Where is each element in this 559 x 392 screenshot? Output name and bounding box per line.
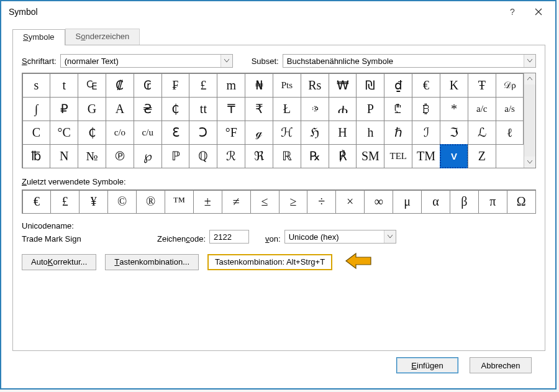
symbol-cell[interactable]: ℗: [106, 144, 134, 168]
recent-symbol-cell[interactable]: ∞: [364, 190, 393, 214]
insert-button[interactable]: Einfügen: [396, 357, 458, 373]
symbol-cell[interactable]: ₪: [356, 73, 384, 98]
symbol-cell[interactable]: K: [440, 73, 468, 98]
symbol-cell[interactable]: ₴: [134, 97, 162, 121]
symbol-cell[interactable]: ℑ: [440, 121, 468, 145]
symbol-cell[interactable]: ℙ: [161, 144, 190, 168]
from-dropdown[interactable]: Unicode (hex): [284, 230, 396, 244]
symbol-cell[interactable]: ℜ: [245, 144, 273, 168]
symbol-cell[interactable]: ሐ: [329, 97, 357, 121]
symbol-cell[interactable]: C: [22, 121, 51, 145]
symbol-cell[interactable]: ∫: [22, 97, 51, 121]
symbol-cell[interactable]: ₫: [384, 73, 412, 98]
symbol-cell[interactable]: *: [440, 97, 468, 121]
symbol-cell[interactable]: ₾: [384, 97, 412, 121]
symbol-cell[interactable]: P: [356, 97, 384, 121]
symbol-cell[interactable]: c/o: [106, 121, 134, 145]
symbol-cell[interactable]: c/u: [134, 121, 162, 145]
help-button[interactable]: ?: [499, 2, 525, 21]
symbol-cell[interactable]: ℌ: [301, 121, 329, 145]
symbol-cell[interactable]: Ɛ: [161, 121, 190, 145]
symbol-cell[interactable]: ₦: [245, 73, 273, 98]
recent-symbol-cell[interactable]: ×: [335, 190, 365, 214]
symbol-cell[interactable]: ₣: [161, 73, 190, 98]
symbol-cell[interactable]: Z: [468, 144, 496, 168]
symbol-cell[interactable]: °F: [217, 121, 245, 145]
symbol-cell[interactable]: ₽: [50, 97, 78, 121]
subset-dropdown[interactable]: Buchstabenähnliche Symbole: [283, 54, 536, 68]
symbol-cell[interactable]: m: [217, 73, 245, 98]
recent-symbol-cell[interactable]: α: [421, 190, 450, 214]
symbol-cell[interactable]: tt: [189, 97, 217, 121]
symbol-cell[interactable]: ℓ: [496, 121, 524, 145]
symbol-cell[interactable]: Ↄ: [189, 121, 217, 145]
symbol-cell[interactable]: TM: [412, 144, 440, 168]
symbol-cell[interactable]: ₹: [245, 97, 273, 121]
symbol-cell[interactable]: ℚ: [189, 144, 217, 168]
symbol-cell[interactable]: ℋ: [273, 121, 301, 145]
symbol-cell[interactable]: ℘: [134, 144, 162, 168]
grid-scrollbar[interactable]: [524, 73, 535, 168]
symbol-cell[interactable]: №: [78, 144, 106, 168]
symbol-cell[interactable]: °C: [50, 121, 78, 145]
autocorrect-button[interactable]: AutoKorrektur...: [22, 254, 96, 270]
symbol-cell[interactable]: ₠: [78, 73, 106, 98]
symbol-cell[interactable]: ℐ: [412, 121, 440, 145]
symbol-cell[interactable]: ₵: [78, 121, 106, 145]
symbol-cell[interactable]: Pts: [273, 73, 301, 98]
char-code-input[interactable]: 2122: [209, 230, 249, 244]
recent-symbol-cell[interactable]: ™: [165, 190, 194, 214]
close-button[interactable]: [525, 2, 552, 21]
recent-symbol-cell[interactable]: π: [478, 190, 507, 214]
recent-symbol-cell[interactable]: ÷: [307, 190, 336, 214]
symbol-cell[interactable]: ₸: [217, 97, 245, 121]
symbol-cell[interactable]: ₩: [329, 73, 357, 98]
recent-symbol-cell[interactable]: ≤: [250, 190, 280, 214]
symbol-cell[interactable]: ₵: [161, 97, 190, 121]
symbol-cell[interactable]: £: [189, 73, 217, 98]
recent-symbol-cell[interactable]: ©: [107, 190, 137, 214]
symbol-cell[interactable]: ₢: [134, 73, 162, 98]
symbol-cell[interactable]: ₡: [106, 73, 134, 98]
symbol-cell[interactable]: H: [329, 121, 357, 145]
symbol-cell[interactable]: h: [356, 121, 384, 145]
symbol-cell[interactable]: s: [22, 73, 51, 98]
recent-symbol-cell[interactable]: ±: [193, 190, 222, 214]
scroll-down-icon[interactable]: [524, 157, 535, 168]
symbol-cell[interactable]: ం: [301, 97, 329, 121]
recent-symbol-cell[interactable]: Ω: [507, 190, 536, 214]
symbol-cell[interactable]: N: [50, 144, 78, 168]
recent-symbol-cell[interactable]: β: [450, 190, 479, 214]
symbol-cell[interactable]: a/c: [468, 97, 496, 121]
symbol-cell[interactable]: Rs: [301, 73, 329, 98]
recent-symbol-cell[interactable]: ¥: [79, 190, 108, 214]
recent-symbol-cell[interactable]: ®: [136, 190, 165, 214]
symbol-cell[interactable]: ℟: [329, 144, 357, 168]
font-dropdown[interactable]: (normaler Text): [60, 54, 233, 68]
symbol-cell[interactable]: ℏ: [384, 121, 412, 145]
cancel-button[interactable]: Abbrechen: [470, 357, 532, 373]
symbol-cell[interactable]: ℞: [301, 144, 329, 168]
recent-symbol-cell[interactable]: ≠: [222, 190, 251, 214]
symbol-cell[interactable]: ℔: [22, 144, 51, 168]
symbol-cell[interactable]: Ł: [273, 97, 301, 121]
symbol-cell[interactable]: TEL: [384, 144, 412, 168]
symbol-cell[interactable]: ℊ: [245, 121, 273, 145]
symbol-cell[interactable]: a/s: [496, 97, 524, 121]
recent-symbol-cell[interactable]: μ: [393, 190, 422, 214]
symbol-cell[interactable]: G: [78, 97, 106, 121]
symbol-grid[interactable]: st₠₡₢₣£m₦PtsRs₩₪₫€KŦ𝒟ρ∫₽GA₴₵tt₸₹ŁంሐP₾₿*a…: [22, 73, 524, 168]
symbol-cell[interactable]: A: [106, 97, 134, 121]
symbol-cell[interactable]: ₿: [412, 97, 440, 121]
shortcut-key-button[interactable]: Tastenkombination...: [105, 254, 199, 270]
symbol-cell[interactable]: t: [50, 73, 78, 98]
symbol-cell[interactable]: €: [412, 73, 440, 98]
symbol-cell[interactable]: ℛ: [217, 144, 245, 168]
symbol-cell[interactable]: ℝ: [273, 144, 301, 168]
symbol-cell[interactable]: Ŧ: [468, 73, 496, 98]
symbol-cell[interactable]: V: [440, 144, 468, 168]
recent-symbol-cell[interactable]: ≥: [279, 190, 308, 214]
recent-symbol-cell[interactable]: €: [22, 190, 52, 214]
symbol-cell[interactable]: 𝒟ρ: [496, 73, 524, 98]
tab-special-chars[interactable]: Sonderzeichen: [65, 29, 140, 45]
